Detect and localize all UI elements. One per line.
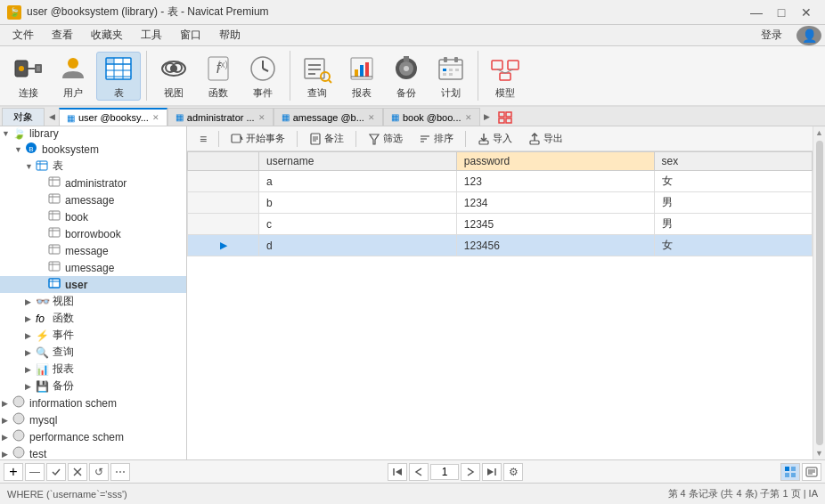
tab-nav-prev[interactable]: ◀ xyxy=(45,108,59,126)
cell-sex-4[interactable]: 女 xyxy=(654,235,812,256)
filter-button[interactable]: 筛选 xyxy=(361,130,410,147)
object-tab[interactable]: 对象 xyxy=(2,108,45,126)
table-row-selected[interactable]: ▶ d 123456 女 xyxy=(188,235,813,256)
note-button[interactable]: 备注 xyxy=(302,130,351,147)
tab-book[interactable]: ▦ book @boo... ✕ xyxy=(383,108,480,126)
tab-nav-more[interactable]: ▶ xyxy=(480,108,494,126)
tree-amessage[interactable]: amessage xyxy=(0,191,186,208)
tree-borrowbook[interactable]: borrowbook xyxy=(0,225,186,242)
tab-amessage[interactable]: ▦ amessage @b... ✕ xyxy=(274,108,383,126)
settings-button[interactable]: ⚙ xyxy=(503,463,523,481)
export-button[interactable]: 导出 xyxy=(521,130,570,147)
tree-functions-folder[interactable]: ▶ fo 函数 xyxy=(0,310,186,327)
tool-schedule[interactable]: 计划 xyxy=(429,53,472,100)
tree-test[interactable]: ▶ test xyxy=(0,445,186,459)
add-record-button[interactable]: + xyxy=(4,463,23,481)
col-sex[interactable]: sex xyxy=(654,152,812,171)
menu-tools[interactable]: 工具 xyxy=(132,25,171,45)
tool-table[interactable]: 表 xyxy=(96,52,141,101)
tree-info-schema[interactable]: ▶ information schem xyxy=(0,394,186,411)
cell-username-4[interactable]: d xyxy=(259,235,457,256)
tree-reports-folder[interactable]: ▶ 📊 报表 xyxy=(0,361,186,378)
scroll-down[interactable]: ▼ xyxy=(813,447,825,459)
tree-library[interactable]: ▼ 🍃 library xyxy=(0,126,186,141)
sort-button[interactable]: 排序 xyxy=(412,130,461,147)
cell-password-1[interactable]: 123 xyxy=(456,171,654,192)
tree-perf-schema[interactable]: ▶ performance schem xyxy=(0,428,186,445)
minimize-button[interactable]: — xyxy=(745,4,768,21)
tree-booksystem[interactable]: ▼ B booksystem xyxy=(0,141,186,158)
close-button[interactable]: ✕ xyxy=(795,4,818,21)
tree-backup-folder[interactable]: ▶ 💾 备份 xyxy=(0,378,186,394)
nav-first-button[interactable] xyxy=(388,463,407,481)
avatar[interactable]: 👤 xyxy=(796,26,821,45)
tool-event[interactable]: 事件 xyxy=(241,53,284,100)
cell-username-2[interactable]: b xyxy=(259,192,457,214)
nav-next-button[interactable] xyxy=(461,463,480,481)
tab-prev-icon[interactable]: ◀ xyxy=(45,109,59,125)
menu-favorites[interactable]: 收藏夹 xyxy=(82,25,132,45)
tab-user-booksys[interactable]: ▦ user @booksy... ✕ xyxy=(59,108,167,126)
tool-function[interactable]: f (x) 函数 xyxy=(197,53,240,100)
tree-tables-folder[interactable]: ▼ 表 xyxy=(0,158,186,175)
import-button[interactable]: 导入 xyxy=(470,130,519,147)
tab-close-2[interactable]: ✕ xyxy=(258,113,265,122)
scroll-up[interactable]: ▲ xyxy=(813,126,825,139)
table-row[interactable]: c 12345 男 xyxy=(188,214,813,235)
tool-report[interactable]: 报表 xyxy=(340,53,383,100)
tab-close-3[interactable]: ✕ xyxy=(368,113,375,122)
tool-model[interactable]: 模型 xyxy=(484,53,527,100)
scroll-thumb[interactable] xyxy=(816,141,823,445)
tree-queries-folder[interactable]: ▶ 🔍 查询 xyxy=(0,344,186,361)
nav-last-button[interactable] xyxy=(482,463,502,481)
refresh-button[interactable]: ↺ xyxy=(89,463,109,481)
tree-events-folder[interactable]: ▶ ⚡ 事件 xyxy=(0,327,186,344)
cell-sex-3[interactable]: 男 xyxy=(654,214,812,235)
col-username[interactable]: username xyxy=(259,152,457,171)
cell-sex-1[interactable]: 女 xyxy=(654,171,812,192)
menu-window[interactable]: 窗口 xyxy=(171,25,210,45)
menu-view[interactable]: 查看 xyxy=(43,25,82,45)
table-row[interactable]: a 123 女 xyxy=(188,171,813,192)
tree-views-folder[interactable]: ▶ 👓 视图 xyxy=(0,293,186,310)
nav-prev-button[interactable] xyxy=(409,463,429,481)
tool-view[interactable]: 视图 xyxy=(152,53,195,100)
tab-more-icon[interactable]: ▶ xyxy=(480,109,494,125)
tool-user[interactable]: 用户 xyxy=(52,53,94,100)
save-button[interactable] xyxy=(46,463,66,481)
cell-password-3[interactable]: 12345 xyxy=(456,214,654,235)
hamburger-button[interactable]: ≡ xyxy=(192,128,214,150)
delete-record-button[interactable]: — xyxy=(25,463,45,481)
grid-view-button[interactable] xyxy=(780,463,800,481)
tree-user[interactable]: user xyxy=(0,276,186,293)
table-row[interactable]: b 1234 男 xyxy=(188,192,813,214)
begin-transaction-button[interactable]: 开始事务 xyxy=(224,130,292,147)
cell-password-2[interactable]: 1234 xyxy=(456,192,654,214)
login-button[interactable]: 登录 xyxy=(750,26,793,45)
tab-extra-icon[interactable] xyxy=(494,110,516,126)
tree-administrator[interactable]: administrator xyxy=(0,175,186,191)
menu-file[interactable]: 文件 xyxy=(4,25,43,45)
tool-backup[interactable]: 备份 xyxy=(385,53,428,100)
tree-message[interactable]: message xyxy=(0,242,186,259)
tool-connect[interactable]: 连接 xyxy=(7,53,50,100)
tree-mysql[interactable]: ▶ mysql xyxy=(0,411,186,428)
maximize-button[interactable]: □ xyxy=(770,4,793,21)
cell-username-1[interactable]: a xyxy=(259,171,457,192)
cell-sex-2[interactable]: 男 xyxy=(654,192,812,214)
page-number-input[interactable] xyxy=(430,464,459,480)
tab-close-1[interactable]: ✕ xyxy=(152,113,159,122)
cell-password-4[interactable]: 123456 xyxy=(456,235,654,256)
more-button[interactable]: ⋯ xyxy=(110,463,130,481)
right-scrollbar[interactable]: ▲ ▼ xyxy=(813,126,825,459)
tab-administrator[interactable]: ▦ administrator ... ✕ xyxy=(167,108,274,126)
form-view-button[interactable] xyxy=(802,463,821,481)
menu-help[interactable]: 帮助 xyxy=(210,25,249,45)
tree-book[interactable]: book xyxy=(0,208,186,225)
tool-query[interactable]: 查询 xyxy=(296,53,339,100)
cell-username-3[interactable]: c xyxy=(259,214,457,235)
col-password[interactable]: password xyxy=(456,152,654,171)
tab-close-4[interactable]: ✕ xyxy=(465,113,472,122)
discard-button[interactable] xyxy=(68,463,87,481)
tree-umessage[interactable]: umessage xyxy=(0,259,186,276)
